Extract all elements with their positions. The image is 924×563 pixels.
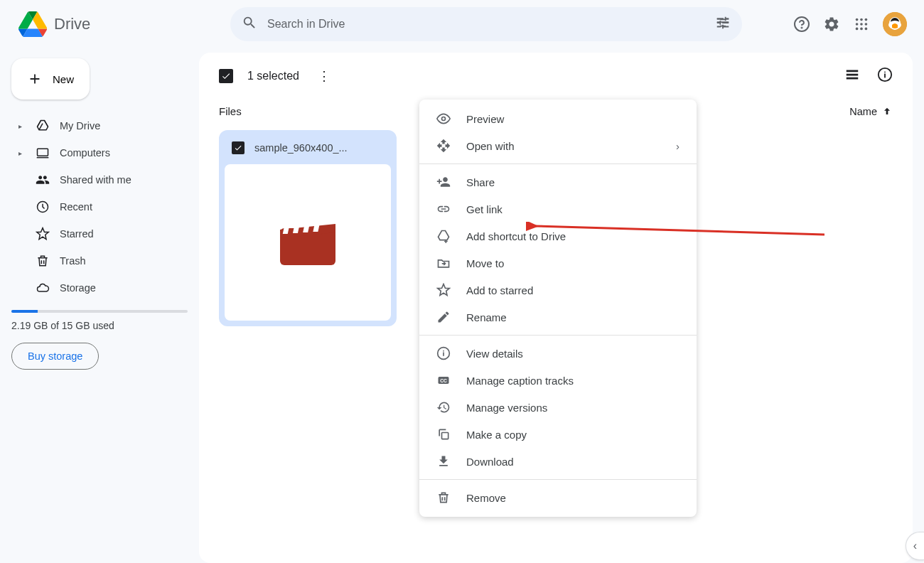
menu-item-label: Share xyxy=(466,176,495,188)
svg-rect-30 xyxy=(442,433,448,439)
menu-divider xyxy=(419,335,697,336)
sidebar-item-shared[interactable]: ▸ Shared with me xyxy=(11,166,188,193)
app-title: Drive xyxy=(54,15,90,33)
menu-item-view-details[interactable]: View details xyxy=(419,340,697,367)
search-options-icon[interactable] xyxy=(715,15,731,33)
sidebar-item-label: My Drive xyxy=(60,120,100,132)
header-actions xyxy=(793,12,913,36)
svg-point-8 xyxy=(856,23,859,26)
menu-item-rename[interactable]: Rename xyxy=(419,304,697,331)
menu-item-label: Rename xyxy=(466,311,507,323)
menu-item-label: Open with xyxy=(466,140,515,152)
rename-icon xyxy=(436,310,451,324)
menu-item-versions[interactable]: Manage versions xyxy=(419,394,697,421)
svg-point-13 xyxy=(865,28,868,31)
section-title: Files xyxy=(219,105,242,117)
chevron-right-icon: › xyxy=(676,140,679,152)
menu-item-label: View details xyxy=(466,348,523,360)
star-icon xyxy=(36,227,50,241)
menu-divider xyxy=(419,163,697,164)
menu-item-add-starred[interactable]: Add to starred xyxy=(419,277,697,304)
file-name: sample_960x400_... xyxy=(254,142,348,154)
logo-area[interactable]: Drive xyxy=(11,11,210,37)
search-icon xyxy=(242,15,257,33)
svg-point-6 xyxy=(860,18,863,21)
trash-icon xyxy=(36,254,50,268)
menu-item-copy[interactable]: Make a copy xyxy=(419,421,697,448)
select-all-checkbox[interactable] xyxy=(219,69,233,83)
person-add-icon xyxy=(436,175,451,189)
computer-icon xyxy=(36,146,50,160)
open-with-icon xyxy=(436,139,451,153)
cc-icon: CC xyxy=(436,373,451,387)
sidebar-item-trash[interactable]: ▸ Trash xyxy=(11,247,188,274)
svg-point-11 xyxy=(856,28,859,31)
sidebar-item-label: Starred xyxy=(60,228,94,240)
menu-item-label: Get link xyxy=(466,203,503,215)
settings-icon[interactable] xyxy=(823,16,840,33)
context-menu: Preview Open with › Share Get link Add s… xyxy=(419,100,697,517)
new-button-label: New xyxy=(53,73,74,85)
menu-item-preview[interactable]: Preview xyxy=(419,105,697,132)
svg-point-9 xyxy=(860,23,863,26)
svg-point-4 xyxy=(802,28,802,28)
search-bar[interactable] xyxy=(230,7,742,41)
menu-item-label: Download xyxy=(466,456,514,468)
arrow-up-icon xyxy=(881,106,893,117)
help-icon[interactable] xyxy=(793,16,810,33)
new-button[interactable]: New xyxy=(11,58,90,100)
list-view-icon[interactable] xyxy=(844,67,860,85)
menu-item-label: Move to xyxy=(466,257,504,269)
file-thumbnail xyxy=(225,164,391,321)
sort-button[interactable]: Name xyxy=(849,106,893,117)
buy-storage-button[interactable]: Buy storage xyxy=(11,343,99,370)
svg-point-10 xyxy=(865,23,868,26)
copy-icon xyxy=(436,427,451,441)
menu-item-move-to[interactable]: Move to xyxy=(419,250,697,277)
sidebar-item-starred[interactable]: ▸ Starred xyxy=(11,220,188,247)
drive-logo-icon xyxy=(18,11,47,37)
more-actions-button[interactable]: ⋮ xyxy=(313,68,335,84)
menu-item-get-link[interactable]: Get link xyxy=(419,195,697,222)
link-icon xyxy=(436,202,451,216)
selected-count: 1 selected xyxy=(247,70,299,82)
info-icon[interactable] xyxy=(877,67,893,85)
star-icon xyxy=(436,283,451,297)
sidebar-item-label: Trash xyxy=(60,255,86,267)
storage-text: 2.19 GB of 15 GB used xyxy=(11,320,188,331)
trash-icon xyxy=(436,490,451,505)
menu-item-open-with[interactable]: Open with › xyxy=(419,132,697,159)
history-icon xyxy=(436,400,451,414)
menu-item-add-shortcut[interactable]: Add shortcut to Drive xyxy=(419,222,697,250)
file-checkbox[interactable] xyxy=(232,141,245,154)
plus-icon xyxy=(27,71,43,87)
sidebar-item-storage[interactable]: ▸ Storage xyxy=(11,274,188,301)
sidebar-item-label: Storage xyxy=(60,282,96,294)
svg-point-26 xyxy=(442,117,446,121)
menu-item-label: Add to starred xyxy=(466,284,533,296)
sidebar: New ▸ My Drive ▸ Computers ▸ Shared with… xyxy=(0,53,199,563)
menu-item-share[interactable]: Share xyxy=(419,168,697,195)
svg-point-5 xyxy=(856,18,859,21)
move-icon xyxy=(436,256,451,270)
file-card[interactable]: sample_960x400_... xyxy=(219,130,397,326)
account-avatar[interactable] xyxy=(883,12,907,36)
menu-item-label: Manage caption tracks xyxy=(466,375,574,387)
eye-icon xyxy=(436,112,451,126)
apps-icon[interactable] xyxy=(853,16,870,33)
video-file-icon xyxy=(280,220,335,265)
sidebar-item-computers[interactable]: ▸ Computers xyxy=(11,139,188,166)
menu-item-download[interactable]: Download xyxy=(419,448,697,475)
sidebar-item-recent[interactable]: ▸ Recent xyxy=(11,193,188,220)
search-input[interactable] xyxy=(267,18,715,31)
svg-rect-18 xyxy=(38,149,48,156)
menu-item-captions[interactable]: CC Manage caption tracks xyxy=(419,367,697,394)
sidebar-item-label: Computers xyxy=(60,147,110,159)
menu-item-label: Manage versions xyxy=(466,402,547,414)
menu-item-remove[interactable]: Remove xyxy=(419,484,697,511)
svg-point-12 xyxy=(860,28,863,31)
sidebar-item-label: Recent xyxy=(60,201,92,213)
sidebar-item-label: Shared with me xyxy=(60,174,131,186)
sidebar-item-my-drive[interactable]: ▸ My Drive xyxy=(11,112,188,139)
header: Drive xyxy=(0,0,924,53)
